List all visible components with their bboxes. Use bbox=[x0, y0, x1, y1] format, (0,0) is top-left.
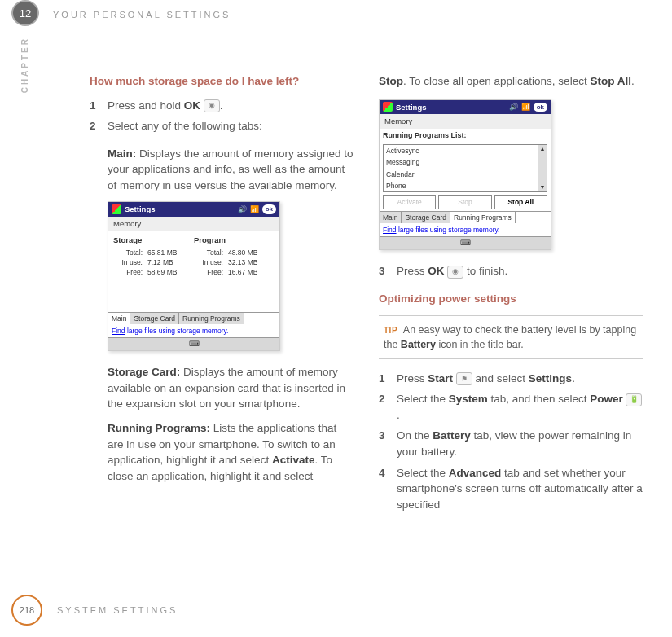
left-column: How much storage space do I have left? 1… bbox=[90, 73, 354, 524]
section-heading-power: Optimizing power settings bbox=[379, 291, 643, 307]
tab-main: Main bbox=[380, 212, 402, 223]
chapter-label: CHAPTER bbox=[20, 37, 29, 93]
start-flag-icon: ⚑ bbox=[456, 372, 472, 385]
main-tab-desc: Main: Displays the amount of memory assi… bbox=[90, 146, 354, 194]
page-number: 218 bbox=[11, 595, 42, 626]
chapter-badge: 12 bbox=[11, 0, 39, 26]
tip-box: TIP An easy way to check the battery lev… bbox=[379, 315, 643, 359]
power-battery-icon: 🔋 bbox=[626, 393, 642, 406]
scroll-up-icon: ▲ bbox=[538, 145, 547, 153]
step-1: 1 Press and hold OK ◉. bbox=[90, 98, 354, 114]
power-step-4: 4 Select the Advanced tab and set whethe… bbox=[379, 465, 643, 513]
running-head: YOUR PERSONAL SETTINGS bbox=[53, 10, 231, 20]
page-footer: 218 SYSTEM SETTINGS bbox=[11, 595, 178, 626]
running-programs-desc: Running Programs: Lists the applications… bbox=[90, 420, 354, 484]
storage-card-desc: Storage Card: Displays the amount of mem… bbox=[90, 364, 354, 412]
tab-running-programs: Running Programs bbox=[179, 313, 244, 324]
figure-running-programs: Settings 🔊 📶 ok Memory Running Programs … bbox=[379, 99, 551, 251]
signal-icon: 📶 bbox=[250, 204, 259, 215]
ok-center-icon: ◉ bbox=[204, 99, 220, 112]
power-step-2: 2 Select the System tab, and then select… bbox=[379, 391, 643, 423]
scroll-down-icon: ▼ bbox=[538, 183, 547, 191]
ok-center-icon: ◉ bbox=[447, 266, 463, 279]
titlebar-ok-button: ok bbox=[262, 204, 276, 214]
tip-label: TIP bbox=[384, 326, 397, 335]
tab-running-programs: Running Programs bbox=[450, 212, 516, 223]
figure-memory-main: Settings 🔊 📶 ok Memory Storage Total:65.… bbox=[108, 201, 280, 351]
running-programs-list: Activesync Messaging Calendar Phone ▲ ▼ bbox=[383, 144, 547, 192]
stop-button: Stop bbox=[438, 195, 491, 209]
titlebar-ok-button: ok bbox=[534, 103, 547, 112]
tab-main: Main bbox=[108, 313, 130, 324]
tab-storage-card: Storage Card bbox=[130, 313, 179, 324]
windows-flag-icon bbox=[112, 204, 121, 214]
activate-button: Activate bbox=[383, 195, 436, 209]
sip-icon: ⌨ bbox=[380, 236, 551, 249]
step-2: 2 Select any of the following tabs: bbox=[90, 118, 354, 134]
sip-icon: ⌨ bbox=[108, 337, 279, 350]
right-column: Stop. To close all open applications, se… bbox=[379, 73, 643, 524]
sound-icon: 🔊 bbox=[509, 102, 518, 112]
stop-all-button: Stop All bbox=[494, 195, 547, 209]
section-heading-storage: How much storage space do I have left? bbox=[90, 73, 354, 90]
power-step-1: 1 Press Start ⚑ and select Settings. bbox=[379, 371, 643, 387]
footer-section: SYSTEM SETTINGS bbox=[57, 605, 178, 615]
windows-flag-icon bbox=[383, 102, 393, 112]
signal-icon: 📶 bbox=[521, 102, 530, 112]
continued-text: Stop. To close all open applications, se… bbox=[379, 73, 643, 90]
tab-storage-card: Storage Card bbox=[402, 212, 450, 223]
step-3: 3 Press OK ◉ to finish. bbox=[379, 263, 643, 279]
sound-icon: 🔊 bbox=[238, 204, 247, 215]
chapter-number: 12 bbox=[20, 7, 31, 20]
power-step-3: 3 On the Battery tab, view the power rem… bbox=[379, 428, 643, 459]
